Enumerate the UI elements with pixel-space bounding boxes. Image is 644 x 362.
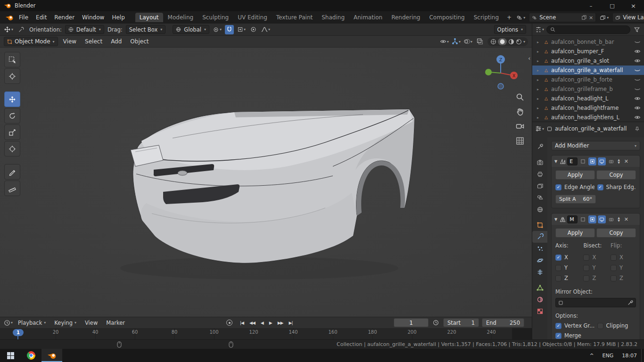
use-preview-range-icon[interactable] [431, 318, 440, 328]
modifier-name-field[interactable]: E [567, 157, 578, 165]
drag-select[interactable]: Select Box [126, 25, 166, 34]
bisect-z-checkbox[interactable] [583, 275, 589, 281]
disclosure-icon[interactable]: ▸ [537, 106, 541, 110]
play-reverse-button[interactable]: ◀ [259, 321, 265, 325]
visibility-visible-icon[interactable] [634, 105, 641, 111]
menu-edit[interactable]: Edit [32, 11, 50, 24]
outliner-filter-icon[interactable] [633, 25, 641, 34]
outliner-row[interactable]: ▸ △ aufalcon_grille_a_slot [532, 56, 644, 66]
transform-orientation-select[interactable]: Global [173, 25, 209, 34]
bisect-x-checkbox[interactable] [583, 255, 589, 261]
proportional-falloff-dropdown[interactable] [261, 26, 270, 33]
visibility-visible-icon[interactable] [634, 114, 641, 121]
tab-render[interactable] [532, 156, 547, 168]
show-desktop-button[interactable] [641, 349, 644, 362]
shading-rendered-icon[interactable] [516, 39, 522, 45]
tab-particles[interactable] [532, 243, 547, 255]
tab-physics[interactable] [532, 255, 547, 266]
apply-button[interactable]: Apply [555, 170, 595, 180]
maximize-button[interactable]: □ [602, 0, 623, 11]
overlays-dropdown[interactable] [463, 38, 472, 45]
show-render-toggle[interactable] [607, 215, 615, 223]
language-indicator[interactable]: ENG [598, 349, 618, 362]
prev-keyframe-button[interactable]: ◀◀ [248, 321, 257, 325]
gizmos-dropdown[interactable] [452, 38, 461, 45]
visibility-visible-icon[interactable] [634, 48, 641, 55]
tab-modifiers[interactable] [532, 231, 547, 243]
outliner-editor-type-dropdown[interactable] [535, 26, 544, 33]
remove-modifier-button[interactable]: ✕ [623, 216, 630, 222]
view-layer-selector[interactable]: View Layer × [612, 13, 644, 22]
remove-modifier-button[interactable]: ✕ [623, 158, 630, 165]
start-button[interactable] [0, 349, 21, 362]
options-dropdown[interactable]: Options [494, 25, 526, 34]
disclosure-icon[interactable]: ▸ [537, 49, 541, 54]
merge-checkbox[interactable] [555, 333, 561, 339]
workspace-tab-animation[interactable]: Animation [349, 13, 387, 22]
workspace-tab-shading[interactable]: Shading [317, 13, 349, 22]
show-realtime-toggle[interactable] [598, 215, 606, 223]
menu-playback[interactable]: Playback [15, 320, 49, 326]
flip-y-checkbox[interactable] [611, 265, 617, 271]
mirror-axis-z-checkbox[interactable] [555, 275, 561, 281]
active-tool-dropdown[interactable] [4, 26, 13, 33]
chrome-taskbar-button[interactable] [21, 349, 41, 362]
show-on-cage-toggle[interactable] [579, 215, 587, 223]
menu-file[interactable]: File [15, 11, 32, 24]
outliner-search-input[interactable] [546, 25, 630, 34]
tab-texture[interactable] [532, 305, 547, 317]
tool-annotate[interactable] [4, 164, 20, 180]
workspace-tab-modeling[interactable]: Modeling [164, 13, 198, 22]
expand-icon[interactable]: ▼ [553, 217, 558, 222]
tab-constraints[interactable] [532, 266, 547, 278]
move-modifier-buttons[interactable]: ▲▼ [617, 158, 621, 164]
mirror-axis-y-checkbox[interactable] [555, 265, 561, 271]
orientation-select[interactable]: Default [65, 25, 104, 34]
mirror-object-field[interactable] [555, 298, 636, 307]
apply-button[interactable]: Apply [555, 228, 595, 238]
pivot-point-dropdown[interactable] [213, 26, 222, 33]
eyedropper-icon[interactable] [627, 300, 633, 305]
workspace-tab-layout[interactable]: Layout [135, 13, 163, 22]
jump-to-start-button[interactable]: |◀ [238, 321, 246, 325]
menu-render[interactable]: Render [50, 11, 78, 24]
modifier-name-field[interactable]: M [567, 215, 578, 223]
zoom-icon[interactable] [516, 93, 524, 101]
outliner-row[interactable]: ▸ △ aufalcon_bonnet_b_bar [532, 37, 644, 47]
navigation-gizmo[interactable]: Z X [483, 53, 519, 91]
sidebar-collapse-icon[interactable]: ‹ [528, 55, 530, 62]
outliner-row[interactable]: ▸ △ aufalcon_bumper_F [532, 47, 644, 56]
proportional-editing-toggle[interactable] [249, 25, 258, 34]
tool-rotate[interactable] [4, 108, 20, 123]
auto-keying-toggle[interactable] [226, 320, 232, 326]
snap-toggle[interactable] [225, 25, 234, 34]
visibility-hidden-icon[interactable] [634, 67, 641, 74]
menu-timeline-view[interactable]: View [82, 320, 101, 326]
menu-keying[interactable]: Keying [51, 320, 80, 326]
car-model[interactable] [71, 95, 438, 317]
menu-viewport-add[interactable]: Add [107, 38, 125, 45]
add-workspace-button[interactable]: + [504, 13, 515, 22]
clipping-checkbox[interactable] [597, 323, 603, 329]
menu-viewport-view[interactable]: View [60, 38, 80, 45]
jump-to-end-button[interactable]: ▶| [287, 321, 295, 325]
unlink-scene-button[interactable]: × [589, 15, 593, 21]
close-button[interactable]: × [623, 0, 644, 11]
shading-wireframe-icon[interactable] [490, 39, 496, 45]
visibility-visible-icon[interactable] [634, 95, 641, 102]
outliner-row[interactable]: ▸ △ aufalcon_headlight_L [532, 94, 644, 103]
snap-target-dropdown[interactable] [237, 26, 246, 33]
show-in-editmode-toggle[interactable] [588, 157, 596, 165]
disclosure-icon[interactable]: ▸ [537, 59, 541, 63]
blender-menu-icon[interactable] [4, 13, 15, 22]
tray-expand-button[interactable]: ^ [585, 349, 598, 362]
tab-view-layer[interactable] [532, 180, 547, 192]
tool-measure[interactable] [4, 181, 20, 196]
sharp-edges-checkbox[interactable] [597, 184, 603, 190]
add-modifier-dropdown[interactable]: Add Modifier [551, 141, 640, 150]
disclosure-icon[interactable]: ▸ [537, 97, 541, 101]
workspace-tab-scripting[interactable]: Scripting [470, 13, 503, 22]
modifier-mirror-header[interactable]: ▼ M ▲▼ ✕ [552, 214, 640, 225]
tool-scale[interactable] [4, 124, 20, 140]
minimize-button[interactable]: – [580, 0, 602, 11]
